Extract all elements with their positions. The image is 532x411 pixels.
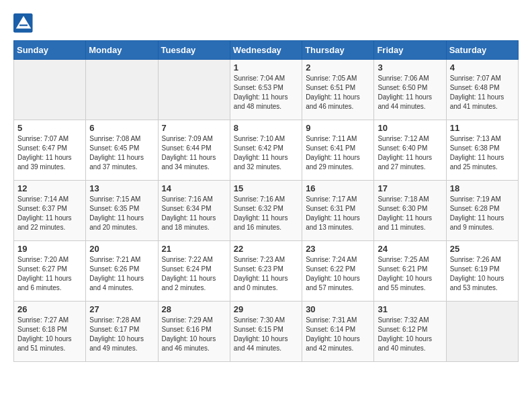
calendar-cell: 8Sunrise: 7:10 AM Sunset: 6:42 PM Daylig… (230, 120, 302, 181)
header (13, 13, 519, 34)
day-number: 15 (234, 183, 298, 193)
day-info: Sunrise: 7:06 AM Sunset: 6:50 PM Dayligh… (378, 74, 442, 111)
calendar-cell: 3Sunrise: 7:06 AM Sunset: 6:50 PM Daylig… (374, 60, 446, 120)
day-number: 27 (89, 304, 154, 314)
day-number: 23 (306, 244, 370, 254)
calendar-table: SundayMondayTuesdayWednesdayThursdayFrid… (13, 40, 519, 362)
day-number: 4 (450, 62, 515, 73)
day-info: Sunrise: 7:07 AM Sunset: 6:47 PM Dayligh… (17, 134, 82, 172)
calendar-cell: 12Sunrise: 7:14 AM Sunset: 6:37 PM Dayli… (14, 181, 86, 241)
day-number: 12 (17, 183, 82, 193)
day-info: Sunrise: 7:10 AM Sunset: 6:42 PM Dayligh… (234, 134, 298, 172)
day-number: 1 (234, 62, 298, 73)
calendar-week-3: 12Sunrise: 7:14 AM Sunset: 6:37 PM Dayli… (14, 181, 519, 241)
calendar-cell: 26Sunrise: 7:27 AM Sunset: 6:18 PM Dayli… (14, 302, 86, 362)
calendar-cell: 5Sunrise: 7:07 AM Sunset: 6:47 PM Daylig… (14, 120, 86, 181)
calendar-cell: 27Sunrise: 7:28 AM Sunset: 6:17 PM Dayli… (86, 302, 158, 362)
calendar-week-2: 5Sunrise: 7:07 AM Sunset: 6:47 PM Daylig… (14, 120, 519, 181)
day-info: Sunrise: 7:09 AM Sunset: 6:44 PM Dayligh… (162, 134, 226, 172)
day-number: 11 (450, 123, 515, 133)
calendar-cell: 4Sunrise: 7:07 AM Sunset: 6:48 PM Daylig… (446, 60, 518, 120)
day-number: 21 (162, 244, 226, 254)
calendar-week-5: 26Sunrise: 7:27 AM Sunset: 6:18 PM Dayli… (14, 302, 519, 362)
calendar-cell: 31Sunrise: 7:32 AM Sunset: 6:12 PM Dayli… (374, 302, 446, 362)
day-info: Sunrise: 7:28 AM Sunset: 6:17 PM Dayligh… (89, 316, 154, 353)
day-info: Sunrise: 7:29 AM Sunset: 6:16 PM Dayligh… (162, 316, 226, 353)
day-number: 9 (306, 123, 370, 133)
day-info: Sunrise: 7:16 AM Sunset: 6:34 PM Dayligh… (162, 195, 226, 232)
calendar-cell: 22Sunrise: 7:23 AM Sunset: 6:23 PM Dayli… (230, 241, 302, 302)
calendar-cell: 14Sunrise: 7:16 AM Sunset: 6:34 PM Dayli… (158, 181, 230, 241)
day-info: Sunrise: 7:12 AM Sunset: 6:40 PM Dayligh… (378, 134, 442, 172)
day-info: Sunrise: 7:22 AM Sunset: 6:24 PM Dayligh… (162, 255, 226, 293)
day-number: 16 (306, 183, 370, 193)
day-number: 3 (378, 62, 442, 73)
day-number: 7 (162, 123, 226, 133)
calendar-cell: 16Sunrise: 7:17 AM Sunset: 6:31 PM Dayli… (302, 181, 374, 241)
calendar-cell (446, 302, 518, 362)
day-number: 31 (378, 304, 442, 314)
day-number: 2 (306, 62, 370, 73)
day-info: Sunrise: 7:20 AM Sunset: 6:27 PM Dayligh… (17, 255, 82, 293)
day-info: Sunrise: 7:15 AM Sunset: 6:35 PM Dayligh… (89, 195, 154, 232)
calendar-cell: 13Sunrise: 7:15 AM Sunset: 6:35 PM Dayli… (86, 181, 158, 241)
calendar-cell: 2Sunrise: 7:05 AM Sunset: 6:51 PM Daylig… (302, 60, 374, 120)
calendar-cell: 28Sunrise: 7:29 AM Sunset: 6:16 PM Dayli… (158, 302, 230, 362)
day-number: 13 (89, 183, 154, 193)
calendar-cell: 10Sunrise: 7:12 AM Sunset: 6:40 PM Dayli… (374, 120, 446, 181)
calendar-cell: 7Sunrise: 7:09 AM Sunset: 6:44 PM Daylig… (158, 120, 230, 181)
logo-icon (13, 13, 34, 34)
calendar-cell: 24Sunrise: 7:25 AM Sunset: 6:21 PM Dayli… (374, 241, 446, 302)
calendar-cell: 25Sunrise: 7:26 AM Sunset: 6:19 PM Dayli… (446, 241, 518, 302)
calendar-header-friday: Friday (374, 41, 446, 60)
day-number: 17 (378, 183, 442, 193)
calendar-cell: 15Sunrise: 7:16 AM Sunset: 6:32 PM Dayli… (230, 181, 302, 241)
day-number: 24 (378, 244, 442, 254)
day-info: Sunrise: 7:31 AM Sunset: 6:14 PM Dayligh… (306, 316, 370, 353)
day-info: Sunrise: 7:05 AM Sunset: 6:51 PM Dayligh… (306, 74, 370, 111)
day-number: 19 (17, 244, 82, 254)
day-info: Sunrise: 7:13 AM Sunset: 6:38 PM Dayligh… (450, 134, 515, 172)
svg-rect-2 (19, 25, 28, 26)
day-number: 28 (162, 304, 226, 314)
calendar-header-thursday: Thursday (302, 41, 374, 60)
calendar-cell: 21Sunrise: 7:22 AM Sunset: 6:24 PM Dayli… (158, 241, 230, 302)
day-number: 20 (89, 244, 154, 254)
day-number: 26 (17, 304, 82, 314)
day-info: Sunrise: 7:25 AM Sunset: 6:21 PM Dayligh… (378, 255, 442, 293)
calendar-cell: 30Sunrise: 7:31 AM Sunset: 6:14 PM Dayli… (302, 302, 374, 362)
day-number: 22 (234, 244, 298, 254)
calendar-cell: 23Sunrise: 7:24 AM Sunset: 6:22 PM Dayli… (302, 241, 374, 302)
main-container: SundayMondayTuesdayWednesdayThursdayFrid… (0, 0, 532, 369)
calendar-week-4: 19Sunrise: 7:20 AM Sunset: 6:27 PM Dayli… (14, 241, 519, 302)
day-info: Sunrise: 7:21 AM Sunset: 6:26 PM Dayligh… (89, 255, 154, 293)
calendar-header-saturday: Saturday (446, 41, 518, 60)
day-info: Sunrise: 7:08 AM Sunset: 6:45 PM Dayligh… (89, 134, 154, 172)
calendar-cell: 20Sunrise: 7:21 AM Sunset: 6:26 PM Dayli… (86, 241, 158, 302)
calendar-cell: 17Sunrise: 7:18 AM Sunset: 6:30 PM Dayli… (374, 181, 446, 241)
day-number: 18 (450, 183, 515, 193)
day-number: 6 (89, 123, 154, 133)
day-info: Sunrise: 7:11 AM Sunset: 6:41 PM Dayligh… (306, 134, 370, 172)
calendar-cell (86, 60, 158, 120)
day-info: Sunrise: 7:18 AM Sunset: 6:30 PM Dayligh… (378, 195, 442, 232)
day-info: Sunrise: 7:24 AM Sunset: 6:22 PM Dayligh… (306, 255, 370, 293)
calendar-header-sunday: Sunday (14, 41, 86, 60)
calendar-cell (14, 60, 86, 120)
calendar-cell: 11Sunrise: 7:13 AM Sunset: 6:38 PM Dayli… (446, 120, 518, 181)
day-info: Sunrise: 7:32 AM Sunset: 6:12 PM Dayligh… (378, 316, 442, 353)
calendar-week-1: 1Sunrise: 7:04 AM Sunset: 6:53 PM Daylig… (14, 60, 519, 120)
day-info: Sunrise: 7:17 AM Sunset: 6:31 PM Dayligh… (306, 195, 370, 232)
calendar-cell: 6Sunrise: 7:08 AM Sunset: 6:45 PM Daylig… (86, 120, 158, 181)
calendar-header-row: SundayMondayTuesdayWednesdayThursdayFrid… (14, 41, 519, 60)
day-info: Sunrise: 7:16 AM Sunset: 6:32 PM Dayligh… (234, 195, 298, 232)
calendar-cell: 29Sunrise: 7:30 AM Sunset: 6:15 PM Dayli… (230, 302, 302, 362)
calendar-header-monday: Monday (86, 41, 158, 60)
day-info: Sunrise: 7:07 AM Sunset: 6:48 PM Dayligh… (450, 74, 515, 111)
calendar-cell: 18Sunrise: 7:19 AM Sunset: 6:28 PM Dayli… (446, 181, 518, 241)
day-number: 30 (306, 304, 370, 314)
calendar-cell: 19Sunrise: 7:20 AM Sunset: 6:27 PM Dayli… (14, 241, 86, 302)
day-number: 29 (234, 304, 298, 314)
day-number: 10 (378, 123, 442, 133)
day-info: Sunrise: 7:04 AM Sunset: 6:53 PM Dayligh… (234, 74, 298, 111)
